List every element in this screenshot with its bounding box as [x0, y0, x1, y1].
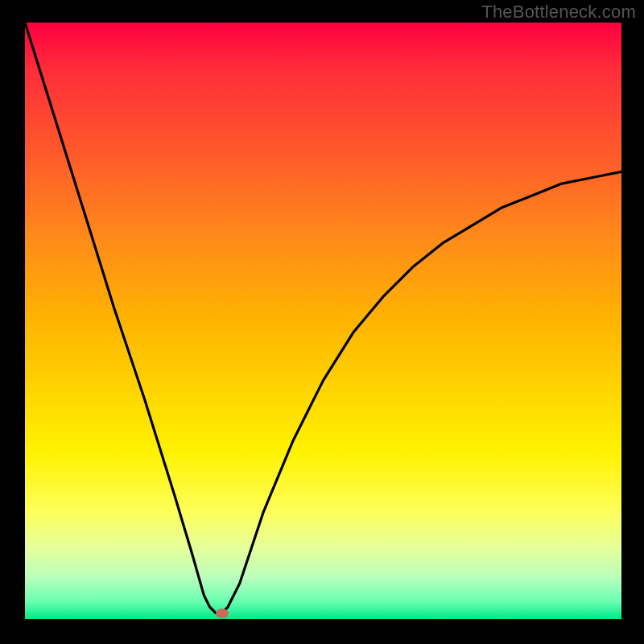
chart-frame: TheBottleneck.com — [0, 0, 644, 644]
minimum-marker-dot — [216, 609, 229, 618]
curve-path — [25, 23, 621, 613]
watermark-text: TheBottleneck.com — [481, 2, 636, 23]
curve-svg — [25, 23, 621, 619]
plot-area — [25, 23, 621, 619]
